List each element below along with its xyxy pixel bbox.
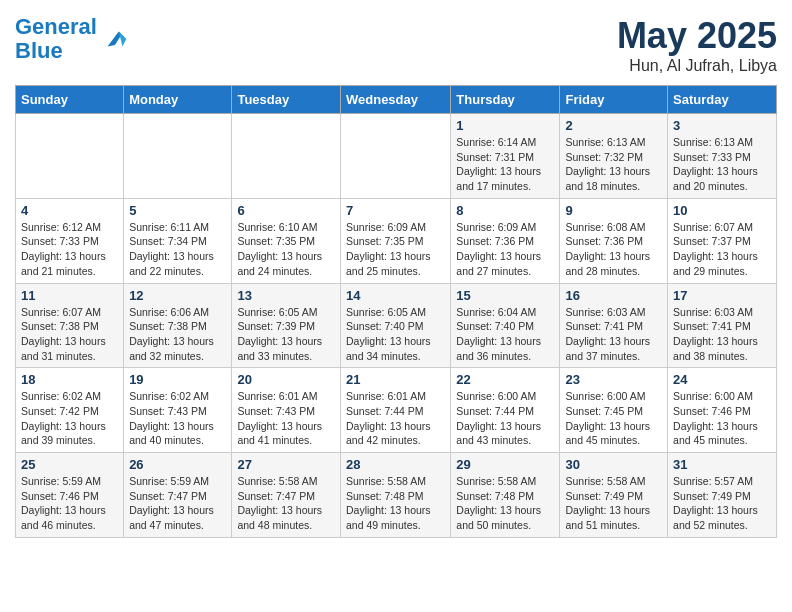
day-info: Sunrise: 5:58 AM Sunset: 7:48 PM Dayligh… xyxy=(346,474,445,533)
calendar-cell: 28Sunrise: 5:58 AM Sunset: 7:48 PM Dayli… xyxy=(340,453,450,538)
week-row-1: 1Sunrise: 6:14 AM Sunset: 7:31 PM Daylig… xyxy=(16,114,777,199)
day-number: 1 xyxy=(456,118,554,133)
day-info: Sunrise: 6:04 AM Sunset: 7:40 PM Dayligh… xyxy=(456,305,554,364)
day-info: Sunrise: 6:03 AM Sunset: 7:41 PM Dayligh… xyxy=(673,305,771,364)
day-info: Sunrise: 5:58 AM Sunset: 7:48 PM Dayligh… xyxy=(456,474,554,533)
day-info: Sunrise: 6:02 AM Sunset: 7:43 PM Dayligh… xyxy=(129,389,226,448)
day-info: Sunrise: 6:00 AM Sunset: 7:46 PM Dayligh… xyxy=(673,389,771,448)
day-number: 23 xyxy=(565,372,662,387)
day-info: Sunrise: 6:00 AM Sunset: 7:45 PM Dayligh… xyxy=(565,389,662,448)
day-number: 14 xyxy=(346,288,445,303)
day-info: Sunrise: 6:09 AM Sunset: 7:35 PM Dayligh… xyxy=(346,220,445,279)
day-info: Sunrise: 6:11 AM Sunset: 7:34 PM Dayligh… xyxy=(129,220,226,279)
day-number: 22 xyxy=(456,372,554,387)
day-number: 25 xyxy=(21,457,118,472)
month-title: May 2025 xyxy=(617,15,777,57)
day-number: 9 xyxy=(565,203,662,218)
calendar-cell xyxy=(16,114,124,199)
weekday-header-tuesday: Tuesday xyxy=(232,86,341,114)
day-number: 15 xyxy=(456,288,554,303)
calendar-cell: 8Sunrise: 6:09 AM Sunset: 7:36 PM Daylig… xyxy=(451,198,560,283)
title-area: May 2025 Hun, Al Jufrah, Libya xyxy=(617,15,777,75)
calendar-cell: 6Sunrise: 6:10 AM Sunset: 7:35 PM Daylig… xyxy=(232,198,341,283)
calendar-cell: 29Sunrise: 5:58 AM Sunset: 7:48 PM Dayli… xyxy=(451,453,560,538)
week-row-3: 11Sunrise: 6:07 AM Sunset: 7:38 PM Dayli… xyxy=(16,283,777,368)
calendar-cell xyxy=(232,114,341,199)
calendar-cell xyxy=(124,114,232,199)
day-number: 21 xyxy=(346,372,445,387)
day-info: Sunrise: 6:07 AM Sunset: 7:37 PM Dayligh… xyxy=(673,220,771,279)
day-number: 4 xyxy=(21,203,118,218)
calendar-cell: 19Sunrise: 6:02 AM Sunset: 7:43 PM Dayli… xyxy=(124,368,232,453)
calendar-cell: 18Sunrise: 6:02 AM Sunset: 7:42 PM Dayli… xyxy=(16,368,124,453)
calendar-cell: 15Sunrise: 6:04 AM Sunset: 7:40 PM Dayli… xyxy=(451,283,560,368)
weekday-header-monday: Monday xyxy=(124,86,232,114)
calendar-cell: 22Sunrise: 6:00 AM Sunset: 7:44 PM Dayli… xyxy=(451,368,560,453)
calendar-cell: 16Sunrise: 6:03 AM Sunset: 7:41 PM Dayli… xyxy=(560,283,668,368)
day-info: Sunrise: 6:02 AM Sunset: 7:42 PM Dayligh… xyxy=(21,389,118,448)
week-row-4: 18Sunrise: 6:02 AM Sunset: 7:42 PM Dayli… xyxy=(16,368,777,453)
day-info: Sunrise: 6:01 AM Sunset: 7:43 PM Dayligh… xyxy=(237,389,335,448)
day-info: Sunrise: 5:59 AM Sunset: 7:46 PM Dayligh… xyxy=(21,474,118,533)
week-row-5: 25Sunrise: 5:59 AM Sunset: 7:46 PM Dayli… xyxy=(16,453,777,538)
day-info: Sunrise: 6:14 AM Sunset: 7:31 PM Dayligh… xyxy=(456,135,554,194)
calendar-cell: 11Sunrise: 6:07 AM Sunset: 7:38 PM Dayli… xyxy=(16,283,124,368)
day-number: 28 xyxy=(346,457,445,472)
calendar-cell: 5Sunrise: 6:11 AM Sunset: 7:34 PM Daylig… xyxy=(124,198,232,283)
weekday-header-thursday: Thursday xyxy=(451,86,560,114)
logo: GeneralBlue xyxy=(15,15,130,63)
day-number: 29 xyxy=(456,457,554,472)
weekday-header-row: SundayMondayTuesdayWednesdayThursdayFrid… xyxy=(16,86,777,114)
day-info: Sunrise: 6:03 AM Sunset: 7:41 PM Dayligh… xyxy=(565,305,662,364)
calendar-cell: 24Sunrise: 6:00 AM Sunset: 7:46 PM Dayli… xyxy=(668,368,777,453)
day-number: 2 xyxy=(565,118,662,133)
calendar-cell: 25Sunrise: 5:59 AM Sunset: 7:46 PM Dayli… xyxy=(16,453,124,538)
calendar-cell: 14Sunrise: 6:05 AM Sunset: 7:40 PM Dayli… xyxy=(340,283,450,368)
day-number: 30 xyxy=(565,457,662,472)
day-number: 13 xyxy=(237,288,335,303)
calendar-cell: 30Sunrise: 5:58 AM Sunset: 7:49 PM Dayli… xyxy=(560,453,668,538)
calendar-cell: 21Sunrise: 6:01 AM Sunset: 7:44 PM Dayli… xyxy=(340,368,450,453)
weekday-header-saturday: Saturday xyxy=(668,86,777,114)
weekday-header-sunday: Sunday xyxy=(16,86,124,114)
day-number: 18 xyxy=(21,372,118,387)
calendar-cell: 17Sunrise: 6:03 AM Sunset: 7:41 PM Dayli… xyxy=(668,283,777,368)
day-number: 8 xyxy=(456,203,554,218)
calendar-cell: 4Sunrise: 6:12 AM Sunset: 7:33 PM Daylig… xyxy=(16,198,124,283)
calendar-cell: 3Sunrise: 6:13 AM Sunset: 7:33 PM Daylig… xyxy=(668,114,777,199)
day-info: Sunrise: 5:58 AM Sunset: 7:49 PM Dayligh… xyxy=(565,474,662,533)
day-number: 10 xyxy=(673,203,771,218)
day-info: Sunrise: 6:10 AM Sunset: 7:35 PM Dayligh… xyxy=(237,220,335,279)
day-number: 26 xyxy=(129,457,226,472)
calendar-cell: 9Sunrise: 6:08 AM Sunset: 7:36 PM Daylig… xyxy=(560,198,668,283)
day-info: Sunrise: 6:09 AM Sunset: 7:36 PM Dayligh… xyxy=(456,220,554,279)
calendar-table: SundayMondayTuesdayWednesdayThursdayFrid… xyxy=(15,85,777,538)
day-number: 7 xyxy=(346,203,445,218)
calendar-cell: 27Sunrise: 5:58 AM Sunset: 7:47 PM Dayli… xyxy=(232,453,341,538)
day-info: Sunrise: 5:57 AM Sunset: 7:49 PM Dayligh… xyxy=(673,474,771,533)
page-header: GeneralBlue May 2025 Hun, Al Jufrah, Lib… xyxy=(15,15,777,75)
day-info: Sunrise: 6:01 AM Sunset: 7:44 PM Dayligh… xyxy=(346,389,445,448)
logo-text: GeneralBlue xyxy=(15,15,97,63)
day-number: 31 xyxy=(673,457,771,472)
calendar-cell: 1Sunrise: 6:14 AM Sunset: 7:31 PM Daylig… xyxy=(451,114,560,199)
calendar-cell: 26Sunrise: 5:59 AM Sunset: 7:47 PM Dayli… xyxy=(124,453,232,538)
location: Hun, Al Jufrah, Libya xyxy=(617,57,777,75)
day-number: 3 xyxy=(673,118,771,133)
calendar-cell: 10Sunrise: 6:07 AM Sunset: 7:37 PM Dayli… xyxy=(668,198,777,283)
weekday-header-friday: Friday xyxy=(560,86,668,114)
weekday-header-wednesday: Wednesday xyxy=(340,86,450,114)
day-info: Sunrise: 6:05 AM Sunset: 7:40 PM Dayligh… xyxy=(346,305,445,364)
day-number: 19 xyxy=(129,372,226,387)
day-number: 17 xyxy=(673,288,771,303)
day-info: Sunrise: 6:13 AM Sunset: 7:33 PM Dayligh… xyxy=(673,135,771,194)
day-number: 24 xyxy=(673,372,771,387)
day-info: Sunrise: 6:07 AM Sunset: 7:38 PM Dayligh… xyxy=(21,305,118,364)
calendar-cell: 2Sunrise: 6:13 AM Sunset: 7:32 PM Daylig… xyxy=(560,114,668,199)
day-number: 5 xyxy=(129,203,226,218)
day-info: Sunrise: 6:00 AM Sunset: 7:44 PM Dayligh… xyxy=(456,389,554,448)
day-info: Sunrise: 6:05 AM Sunset: 7:39 PM Dayligh… xyxy=(237,305,335,364)
calendar-cell: 20Sunrise: 6:01 AM Sunset: 7:43 PM Dayli… xyxy=(232,368,341,453)
day-info: Sunrise: 5:59 AM Sunset: 7:47 PM Dayligh… xyxy=(129,474,226,533)
calendar-cell: 23Sunrise: 6:00 AM Sunset: 7:45 PM Dayli… xyxy=(560,368,668,453)
